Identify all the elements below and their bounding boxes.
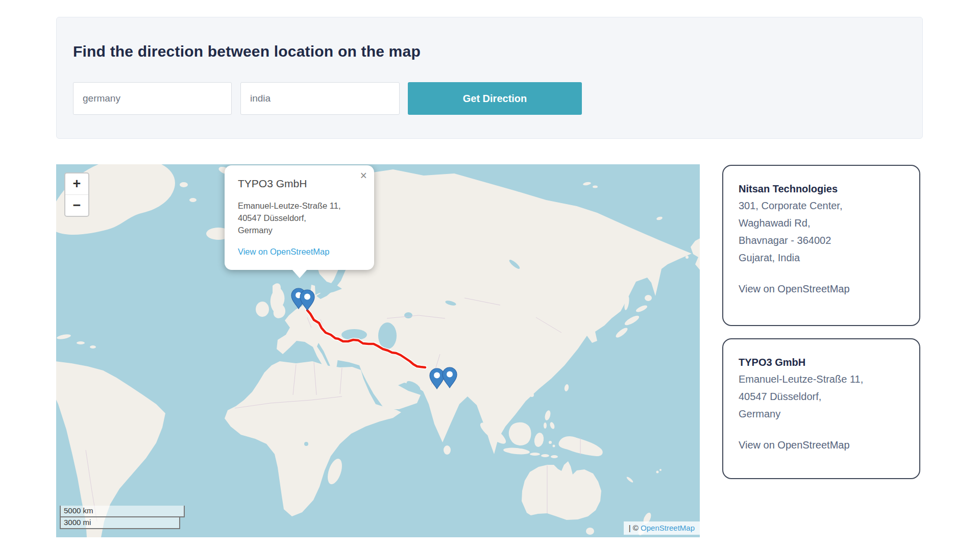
map-popup: × TYPO3 GmbH Emanuel-Leutze-Straße 11, 4… — [225, 165, 374, 270]
zoom-in-button[interactable]: + — [65, 173, 88, 194]
from-location-input[interactable] — [73, 82, 232, 115]
card-address-line: Bhavnagar - 364002 — [739, 232, 904, 249]
scale-km-label: 5000 km — [60, 506, 185, 517]
attribution-osm-link[interactable]: OpenStreetMap — [641, 524, 695, 532]
popup-address-line: Emanuel-Leutze-Straße 11, — [238, 200, 361, 212]
popup-address-line: 40547 Düsseldorf, — [238, 212, 361, 225]
caspian-sea — [378, 322, 397, 349]
card-address-line: 40547 Düsseldorf, — [739, 388, 904, 405]
card-address-line: Germany — [739, 405, 904, 422]
copyright-icon: © — [633, 524, 639, 532]
card-title: Nitsan Technologies — [739, 181, 904, 197]
zoom-out-button[interactable]: − — [65, 194, 88, 216]
card-osm-link[interactable]: View on OpenStreetMap — [739, 436, 904, 454]
card-address-line: Emanuel-Leutze-Straße 11, — [739, 370, 904, 388]
direction-search-panel: Find the direction between location on t… — [56, 17, 923, 139]
card-nitsan-technologies: Nitsan Technologies 301, Corporate Cente… — [722, 165, 920, 326]
map-zoom-control: + − — [64, 172, 89, 217]
popup-address-line: Germany — [238, 225, 361, 237]
to-location-input[interactable] — [240, 82, 400, 115]
popup-close-icon[interactable]: × — [360, 170, 367, 182]
landmass-tasmania — [586, 528, 594, 535]
card-title: TYPO3 GmbH — [739, 355, 904, 370]
page-title: Find the direction between location on t… — [73, 43, 421, 60]
card-osm-link[interactable]: View on OpenStreetMap — [739, 280, 904, 297]
landmass-ireland — [256, 302, 269, 317]
card-address-line: 301, Corporate Center, — [739, 197, 904, 214]
popup-address: Emanuel-Leutze-Straße 11, 40547 Düsseldo… — [238, 200, 361, 237]
map-attribution: | © OpenStreetMap — [624, 521, 700, 535]
search-row: Get Direction — [73, 82, 582, 115]
card-typo3-gmbh: TYPO3 GmbH Emanuel-Leutze-Straße 11, 405… — [722, 338, 920, 479]
landmass-srilanka — [444, 445, 451, 455]
map-scale-control: 5000 km 3000 mi — [60, 506, 185, 529]
attribution-separator: | — [629, 524, 631, 532]
map-container[interactable]: + − × TYPO3 GmbH Emanuel-Leutze-Straße 1… — [56, 164, 700, 537]
location-cards: Nitsan Technologies 301, Corporate Cente… — [722, 165, 920, 479]
popup-title: TYPO3 GmbH — [238, 178, 361, 190]
popup-osm-link[interactable]: View on OpenStreetMap — [238, 247, 361, 257]
card-address-line: Gujarat, India — [739, 249, 904, 266]
world-map-svg — [56, 164, 700, 537]
card-address-line: Waghawadi Rd, — [739, 214, 904, 232]
scale-mi-label: 3000 mi — [60, 517, 180, 529]
get-direction-button[interactable]: Get Direction — [408, 82, 582, 115]
